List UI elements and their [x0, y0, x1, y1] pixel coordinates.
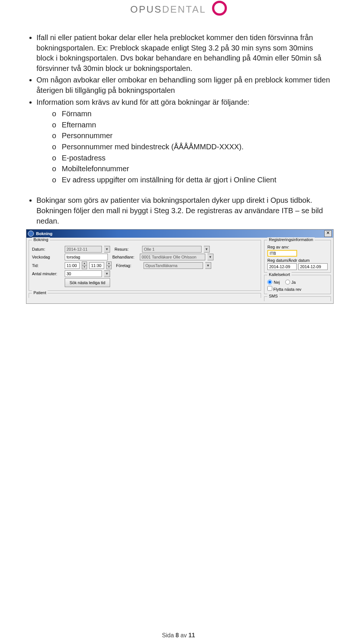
field-reg-datum-2: 2014-12-09 [298, 263, 328, 270]
bullet-1: Ifall ni eller patient bokar delar eller… [36, 33, 331, 74]
close-button[interactable]: ✕ [324, 230, 332, 237]
main-bullet-list: Ifall ni eller patient bokar delar eller… [26, 33, 331, 185]
sub-4: Personnummer med bindestreck (ÅÅÅÅMMDD-X… [52, 142, 331, 152]
label-veckodag: Veckodag [32, 255, 62, 259]
label-antal-min: Antal minuter: [32, 271, 62, 276]
label-reg-datum: Reg datum/Ändr datum [267, 258, 328, 263]
bullet-3: Information som krävs av kund för att gö… [36, 97, 331, 185]
sub-6: Mobiltelefonnummer [52, 164, 331, 174]
titlebar: Bokning ✕ [26, 230, 333, 238]
sub-1: Förnamn [52, 109, 331, 119]
checkbox-flytta-input[interactable] [267, 286, 272, 291]
legend-bokning: Bokning [32, 237, 50, 242]
bullet-4: Bokingar som görs av patienter via bokni… [36, 195, 331, 226]
field-resurs[interactable]: Olle 1 [142, 246, 202, 253]
footer-mid: av [179, 632, 189, 638]
sub-2: Efternamn [52, 120, 331, 130]
group-reginfo: Registreringsinformation Reg av anv: ITB… [264, 240, 331, 273]
radio-nej[interactable]: Nej [267, 280, 280, 284]
label-tid: Tid: [32, 263, 62, 268]
footer-page-current: 8 [176, 632, 179, 638]
group-patient: Patient [29, 293, 261, 298]
tid-to-spinner[interactable]: ▲▼ [106, 261, 112, 269]
header: OPUSDENTAL [0, 0, 357, 26]
field-tid-to[interactable]: 11:30 [89, 262, 104, 269]
footer-page-total: 11 [189, 632, 195, 638]
field-foretag[interactable]: OpusTandläkarna [144, 262, 203, 269]
field-datum[interactable]: 2014-12-11 [65, 246, 102, 253]
page-footer: Sida 8 av 11 [0, 632, 357, 639]
content-body: Ifall ni eller patient bokar delar eller… [0, 26, 357, 226]
legend-kallelsekort: Kallelsekort [267, 272, 292, 277]
foretag-dropdown-icon[interactable]: ▼ [205, 262, 211, 269]
radio-nej-input[interactable] [267, 280, 272, 284]
label-foretag: Företag: [116, 263, 141, 268]
field-tid-from[interactable]: 11:00 [65, 262, 80, 269]
resurs-dropdown-icon[interactable]: ▼ [204, 246, 210, 253]
legend-patient: Patient [32, 290, 48, 295]
logo-text-opus: OPUS [130, 4, 162, 15]
checkbox-flytta-nasta-rev[interactable]: Flytta nästa rev [267, 287, 301, 292]
logo-circle-icon [212, 1, 227, 16]
group-sms: SMS [264, 296, 331, 301]
sub-3: Personnummer [52, 131, 331, 141]
bullet-3-text: Information som krävs av kund för att gö… [36, 98, 250, 106]
sub-list: Förnamn Efternamn Personnummer Personnum… [52, 109, 331, 185]
field-behandlare[interactable]: 0001 Tandläkare Olle Ohlsson [140, 254, 205, 260]
behandlare-dropdown-icon[interactable]: ▼ [208, 254, 213, 260]
sub-5: E-postadress [52, 153, 331, 163]
field-reg-av-anv: ITB [267, 250, 297, 257]
field-antal-min[interactable]: 30 [65, 270, 102, 277]
bokning-window: Bokning ✕ Bokning Datum: 2014-12-11 ▼ Re… [26, 229, 334, 304]
radio-ja[interactable]: Ja [285, 280, 296, 284]
field-reg-datum-1: 2014-12-09 [267, 263, 297, 270]
footer-prefix: Sida [162, 632, 176, 638]
sub-7: Ev adress uppgifter om inställning för d… [52, 175, 331, 185]
logo-text-dental: DENTAL [162, 4, 206, 15]
antal-dropdown-icon[interactable]: ▼ [104, 270, 110, 277]
field-veckodag[interactable]: torsdag [65, 254, 108, 260]
radio-ja-input[interactable] [285, 280, 290, 284]
main-bullet-list-2: Bokingar som görs av patienter via bokni… [26, 195, 331, 226]
tid-from-spinner[interactable]: ▲▼ [82, 261, 87, 269]
label-reg-av-anv: Reg av anv: [267, 245, 328, 249]
group-kallelsekort: Kallelsekort Nej Ja Flytta nästa rev [264, 275, 331, 294]
label-datum: Datum: [32, 247, 62, 251]
label-resurs: Resurs: [115, 247, 140, 251]
legend-reginfo: Registreringsinformation [267, 237, 315, 242]
label-behandlare: Behandlare: [112, 255, 138, 259]
bullet-2: Om någon avbokar eller ombokar en behand… [36, 75, 331, 95]
window-title: Bokning [36, 231, 324, 236]
legend-sms: SMS [267, 294, 279, 298]
datum-dropdown-icon[interactable]: ▼ [104, 246, 110, 253]
sok-nasta-lediga-tid-button[interactable]: Sök nästa lediga tid [65, 278, 110, 287]
app-icon [28, 231, 34, 237]
group-bokning: Bokning Datum: 2014-12-11 ▼ Resurs: Olle… [29, 240, 261, 291]
logo: OPUSDENTAL [130, 1, 227, 16]
